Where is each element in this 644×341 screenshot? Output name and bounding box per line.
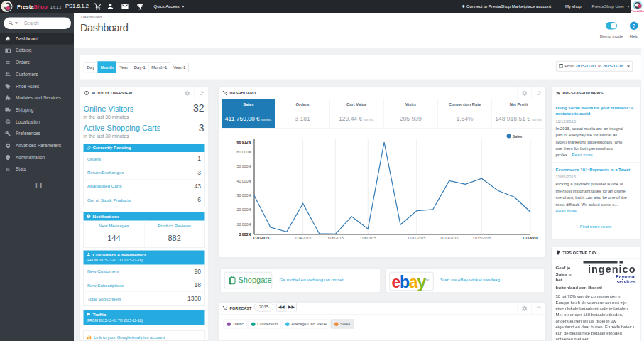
svg-text:11/15/2015: 11/15/2015 — [472, 236, 491, 240]
svg-text:3 082 €: 3 082 € — [239, 232, 251, 237]
svg-text:66 912 €: 66 912 € — [237, 140, 252, 144]
svg-text:11/4/2015: 11/4/2015 — [295, 236, 311, 240]
svg-text:11/1/2015: 11/1/2015 — [253, 236, 269, 240]
svg-text:20 000 €: 20 000 € — [237, 207, 252, 212]
svg-text:11/8/2015: 11/8/2015 — [360, 236, 376, 240]
svg-text:50 000 €: 50 000 € — [237, 164, 252, 168]
svg-text:30 000 €: 30 000 € — [237, 193, 252, 197]
svg-text:11/13/2015: 11/13/2015 — [440, 236, 459, 240]
svg-text:11/18/201: 11/18/201 — [522, 236, 538, 240]
svg-text:11/11/2015: 11/11/2015 — [408, 236, 426, 240]
svg-text:40 000 €: 40 000 € — [237, 179, 252, 183]
svg-text:10 000 €: 10 000 € — [237, 222, 252, 227]
svg-text:60 000 €: 60 000 € — [237, 150, 252, 154]
svg-text:Sales: Sales — [513, 134, 523, 139]
svg-text:11/6/2015: 11/6/2015 — [327, 236, 344, 240]
